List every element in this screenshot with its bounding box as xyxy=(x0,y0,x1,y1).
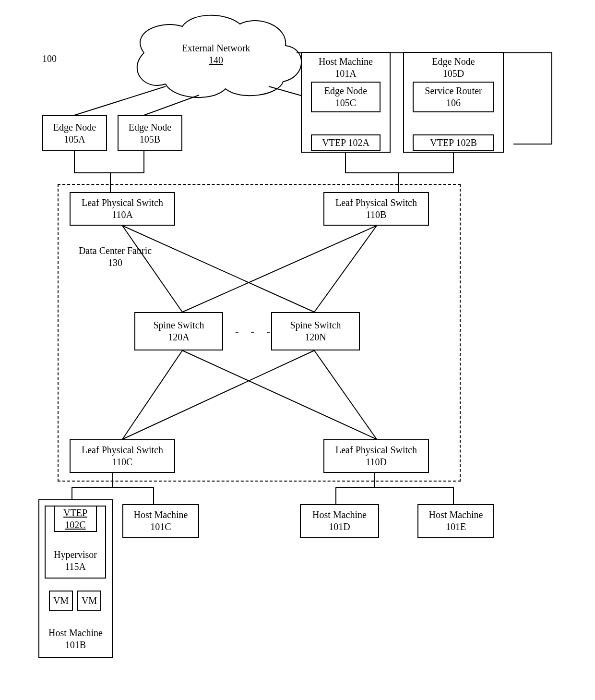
host-c-id: 101C xyxy=(150,521,171,533)
spine-a-id: 120A xyxy=(168,331,189,343)
host-machine-d: Host Machine 101D xyxy=(300,504,379,538)
host-c-title: Host Machine xyxy=(134,509,188,521)
diagram-canvas: 100 External Network 140 Edge Node 105A … xyxy=(0,0,595,700)
sr-id: 106 xyxy=(446,97,461,109)
edge-b-title: Edge Node xyxy=(129,121,171,133)
vtep-c-id: 102C xyxy=(65,519,85,531)
edge-node-b: Edge Node 105B xyxy=(118,115,182,151)
vtep-a: VTEP 102A xyxy=(311,134,381,151)
vtep-c-title: VTEP xyxy=(63,507,87,519)
edge-a-id: 105A xyxy=(64,133,85,145)
fabric-id: 130 xyxy=(72,257,158,269)
hv-id: 115A xyxy=(65,561,86,573)
host-b-id: 101B xyxy=(65,639,86,651)
leaf-switch-d: Leaf Physical Switch 110D xyxy=(323,439,429,473)
cloud-title: External Network xyxy=(178,42,254,54)
vm2-label: VM xyxy=(82,595,97,607)
edge-b-id: 105B xyxy=(140,133,160,145)
host-d-title: Host Machine xyxy=(312,509,367,521)
vm-2: VM xyxy=(77,591,101,611)
leaf-b-title: Leaf Physical Switch xyxy=(335,197,417,209)
edge-c-id: 105C xyxy=(335,97,356,109)
leaf-d-id: 110D xyxy=(366,456,387,468)
spine-a-title: Spine Switch xyxy=(153,319,204,331)
spine-n-title: Spine Switch xyxy=(290,319,341,331)
vtep-b-label: VTEP 102B xyxy=(430,137,477,149)
edge-node-a: Edge Node 105A xyxy=(42,115,107,151)
edge-c-title: Edge Node xyxy=(324,85,367,97)
leaf-c-id: 110C xyxy=(112,456,133,468)
vm-1: VM xyxy=(49,591,73,611)
host-a-id: 101A xyxy=(335,68,356,80)
spine-switch-a: Spine Switch 120A xyxy=(134,312,223,350)
leaf-switch-c: Leaf Physical Switch 110C xyxy=(70,439,175,473)
leaf-a-title: Leaf Physical Switch xyxy=(82,197,163,209)
edge-d-id: 105D xyxy=(443,68,464,80)
leaf-b-id: 110B xyxy=(366,209,387,221)
edge-node-c: Edge Node 105C xyxy=(311,82,381,112)
host-machine-e: Host Machine 101E xyxy=(417,504,494,538)
leaf-d-title: Leaf Physical Switch xyxy=(335,444,417,456)
service-router: Service Router 106 xyxy=(413,82,494,112)
figure-number: 100 xyxy=(42,53,57,65)
edge-a-title: Edge Node xyxy=(53,121,96,133)
host-e-id: 101E xyxy=(446,521,466,533)
cloud-id: 140 xyxy=(178,54,254,66)
leaf-c-title: Leaf Physical Switch xyxy=(82,444,163,456)
spine-n-id: 120N xyxy=(305,331,326,343)
host-d-id: 101D xyxy=(329,521,350,533)
vtep-b: VTEP 102B xyxy=(413,134,494,151)
line-cloud-edge-b xyxy=(144,95,199,115)
line-cloud-edge-a xyxy=(74,86,166,115)
edge-d-title: Edge Node xyxy=(432,56,475,68)
vtep-a-label: VTEP 102A xyxy=(322,137,369,149)
fabric-label: Data Center Fabric 130 xyxy=(72,245,158,269)
leaf-switch-b: Leaf Physical Switch 110B xyxy=(323,192,429,226)
cloud-label: External Network 140 xyxy=(178,42,254,66)
sr-title: Service Router xyxy=(425,85,482,97)
vtep-c: VTEP 102C xyxy=(54,506,97,532)
spine-switch-n: Spine Switch 120N xyxy=(271,312,360,350)
vm1-label: VM xyxy=(53,595,69,607)
host-b-title: Host Machine xyxy=(48,627,103,639)
leaf-a-id: 110A xyxy=(112,209,133,221)
leaf-switch-a: Leaf Physical Switch 110A xyxy=(70,192,175,226)
hv-title: Hypervisor xyxy=(54,549,97,561)
fabric-title: Data Center Fabric xyxy=(72,245,158,257)
host-machine-c: Host Machine 101C xyxy=(122,504,199,538)
ellipsis: - - - xyxy=(235,326,275,338)
host-e-title: Host Machine xyxy=(429,509,483,521)
host-a-title: Host Machine xyxy=(319,56,373,68)
